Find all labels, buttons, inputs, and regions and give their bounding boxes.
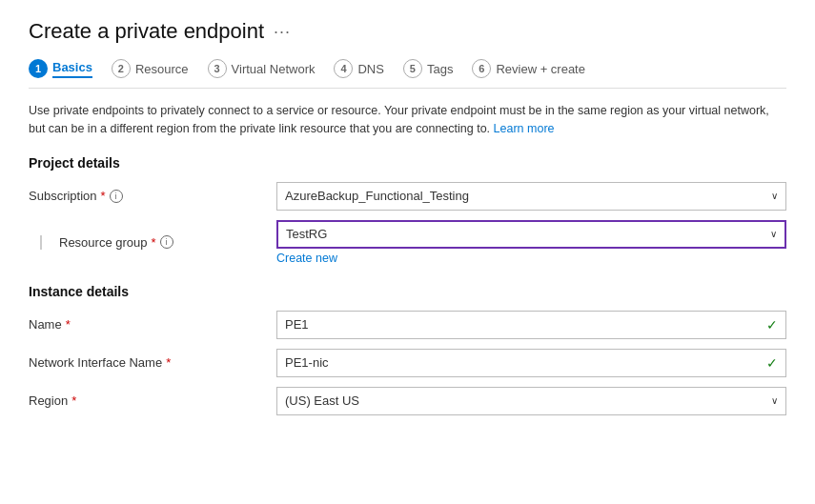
network-interface-required: *: [166, 355, 171, 370]
resource-group-chevron-icon: ∨: [770, 229, 777, 239]
resource-group-label-col: Resource group * i: [29, 235, 276, 250]
name-row: Name * PE1 ✓: [29, 311, 786, 339]
subscription-label-col: Subscription * i: [29, 189, 276, 203]
network-interface-value: PE1-nic: [285, 355, 329, 370]
subscription-dropdown[interactable]: AzureBackup_Functional_Testing ∨: [276, 182, 786, 211]
step-tags[interactable]: 5 Tags: [403, 59, 453, 78]
wizard-steps: 1 Basics 2 Resource 3 Virtual Network 4 …: [29, 59, 786, 89]
region-dropdown[interactable]: (US) East US ∨: [276, 387, 786, 415]
resource-group-label: Resource group * i: [59, 235, 276, 250]
step-review-create[interactable]: 6 Review + create: [472, 59, 585, 78]
step-4-label: DNS: [357, 62, 383, 76]
subscription-chevron-icon: ∨: [771, 191, 778, 201]
instance-details-title: Instance details: [29, 284, 786, 299]
step-5-circle: 5: [403, 59, 422, 78]
network-interface-label: Network Interface Name *: [29, 355, 276, 370]
step-5-label: Tags: [427, 62, 453, 76]
step-1-circle: 1: [29, 59, 48, 78]
name-control: PE1 ✓: [276, 311, 786, 339]
region-row: Region * (US) East US ∨: [29, 387, 786, 415]
step-6-circle: 6: [472, 59, 491, 78]
project-details-title: Project details: [29, 155, 786, 171]
page-title-row: Create a private endpoint ···: [29, 19, 786, 44]
step-dns[interactable]: 4 DNS: [334, 59, 383, 78]
instance-details-section: Instance details Name * PE1 ✓ Network In…: [29, 284, 786, 415]
region-required: *: [71, 393, 76, 408]
step-3-label: Virtual Network: [232, 62, 316, 76]
page-title: Create a private endpoint: [29, 19, 264, 44]
description-text: Use private endpoints to privately conne…: [29, 102, 786, 138]
resource-group-required: *: [152, 235, 156, 250]
subscription-value: AzureBackup_Functional_Testing: [285, 189, 469, 203]
step-4-circle: 4: [334, 59, 353, 78]
resource-group-value: TestRG: [286, 227, 327, 241]
name-value: PE1: [285, 317, 309, 332]
step-virtual-network[interactable]: 3 Virtual Network: [208, 59, 316, 78]
resource-group-indent: Resource group * i: [40, 235, 276, 250]
network-interface-input[interactable]: PE1-nic ✓: [276, 349, 786, 377]
name-label: Name *: [29, 317, 276, 332]
region-label-col: Region *: [29, 393, 276, 408]
step-3-circle: 3: [208, 59, 227, 78]
name-label-col: Name *: [29, 317, 276, 332]
name-required: *: [66, 317, 71, 332]
network-interface-control: PE1-nic ✓: [276, 349, 786, 377]
region-value: (US) East US: [285, 393, 359, 408]
step-2-circle: 2: [112, 59, 131, 78]
step-1-label: Basics: [52, 60, 92, 78]
resource-group-dropdown[interactable]: TestRG ∨: [276, 220, 786, 249]
name-valid-icon: ✓: [766, 317, 778, 333]
project-details-section: Project details Subscription * i AzureBa…: [29, 155, 786, 265]
region-label: Region *: [29, 393, 276, 408]
ellipsis-menu-button[interactable]: ···: [274, 22, 291, 42]
resource-group-control: TestRG ∨ Create new: [276, 220, 786, 265]
create-new-link[interactable]: Create new: [276, 252, 337, 265]
subscription-info-icon[interactable]: i: [110, 190, 123, 203]
region-chevron-icon: ∨: [771, 395, 778, 406]
subscription-row: Subscription * i AzureBackup_Functional_…: [29, 182, 786, 211]
network-interface-valid-icon: ✓: [766, 355, 778, 371]
name-input[interactable]: PE1 ✓: [276, 311, 786, 339]
step-basics[interactable]: 1 Basics: [29, 59, 92, 78]
step-2-label: Resource: [135, 62, 189, 76]
network-interface-label-col: Network Interface Name *: [29, 355, 276, 370]
learn-more-link[interactable]: Learn more: [494, 122, 555, 135]
resource-group-row: Resource group * i TestRG ∨ Create new: [29, 220, 786, 265]
resource-group-info-icon[interactable]: i: [160, 235, 173, 249]
network-interface-row: Network Interface Name * PE1-nic ✓: [29, 349, 786, 377]
subscription-control: AzureBackup_Functional_Testing ∨: [276, 182, 786, 211]
step-6-label: Review + create: [496, 62, 585, 76]
region-control: (US) East US ∨: [276, 387, 786, 415]
subscription-label: Subscription * i: [29, 189, 276, 203]
step-resource[interactable]: 2 Resource: [112, 59, 189, 78]
subscription-required: *: [101, 189, 106, 203]
